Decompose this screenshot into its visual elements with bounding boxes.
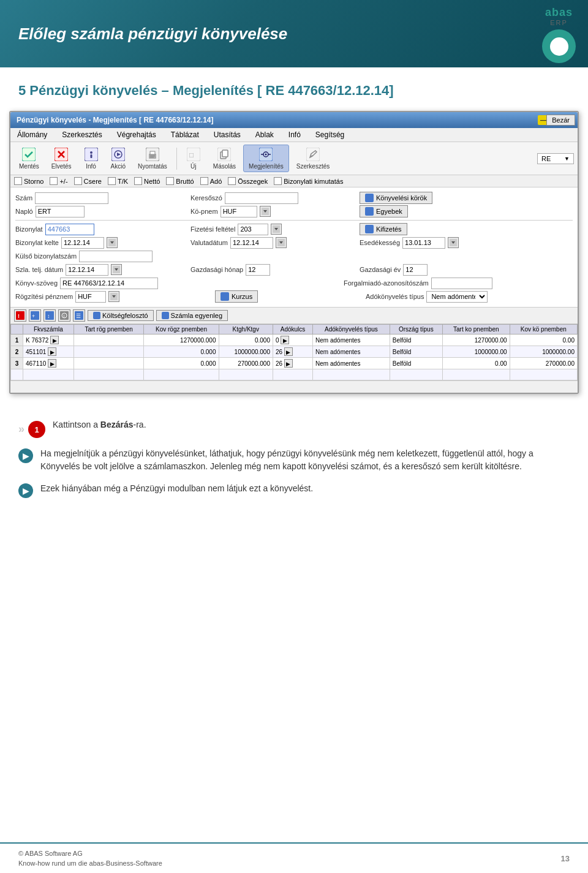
cb-csere[interactable]: Csere: [74, 177, 102, 185]
cb-ado[interactable]: Adó: [200, 177, 222, 185]
cb-storno[interactable]: Storno: [14, 177, 43, 185]
row-2-adokulcs: 26 ▶: [273, 346, 312, 358]
table-btn-2[interactable]: +: [29, 309, 41, 322]
valutadatum-btn[interactable]: [276, 237, 287, 248]
bizonylat-kelte-input[interactable]: [61, 237, 104, 249]
egyebek-button[interactable]: Egyebek: [360, 205, 408, 217]
cb-netto[interactable]: Nettó: [134, 177, 160, 185]
edit-button[interactable]: Szerkesztés: [292, 145, 334, 172]
row-2-adokonyveles: Nem adómentes: [313, 346, 390, 358]
menu-vegrehajtás[interactable]: Végrehajtás: [113, 129, 160, 140]
table-btn-3[interactable]: ↕: [43, 309, 56, 322]
row-2-adokulcs-btn[interactable]: ▶: [284, 347, 293, 356]
rogzitesi-btn[interactable]: [108, 291, 119, 302]
view-button[interactable]: Megjelenítés: [243, 145, 289, 172]
view-label: Megjelenítés: [249, 163, 284, 170]
row-1-num: 1: [11, 334, 23, 346]
menu-utasitas[interactable]: Utasítás: [210, 129, 244, 140]
cb-brutto[interactable]: Bruttó: [166, 177, 194, 185]
row-1-adokulcs-btn[interactable]: ▶: [281, 336, 289, 344]
row-3-adokulcs-btn[interactable]: ▶: [284, 359, 293, 368]
szamla-egyenleg-tab[interactable]: Számla egyenleg: [156, 310, 228, 321]
forgalmiadó-input[interactable]: [431, 278, 492, 289]
gazdasagi-ev-input[interactable]: [403, 264, 428, 276]
table-btn-5[interactable]: ☰: [73, 309, 85, 322]
ko-pnem-input[interactable]: [221, 206, 257, 217]
cb-tk[interactable]: T/K: [108, 177, 128, 185]
menu-info[interactable]: Infó: [285, 129, 304, 140]
button-icon3: [365, 225, 374, 233]
konyvelesi-korok-label: Könyvelési körök: [376, 194, 427, 202]
rogzitesi-label: Rögzítési pénznem: [15, 293, 73, 300]
new-button[interactable]: □ Új: [181, 145, 206, 172]
esedekesseg-label: Esedékesség: [360, 239, 400, 246]
bizonylat-kelte-btn[interactable]: [107, 237, 118, 248]
menu-tablazat[interactable]: Táblázat: [167, 129, 203, 140]
kulso-input[interactable]: [79, 251, 153, 262]
form-row-4: Bizonylat kelte Valutadátum Esedékesség: [15, 236, 573, 249]
valutadatum-input[interactable]: [230, 237, 273, 249]
brutto-checkbox[interactable]: [166, 177, 174, 185]
cb-bizonylati[interactable]: Bizonylati kimutatás: [274, 177, 343, 185]
gazdasagi-honap-input[interactable]: [246, 264, 270, 276]
form-divider-1: [15, 220, 573, 221]
copy-button[interactable]: Másolás: [208, 145, 241, 172]
table-btn-1[interactable]: !: [14, 309, 26, 322]
bezar-button[interactable]: Bezár: [546, 115, 575, 126]
ado-checkbox[interactable]: [200, 177, 208, 185]
ko-pnem-btn[interactable]: [260, 206, 271, 217]
csere-checkbox[interactable]: [74, 177, 82, 185]
keresoszó-input[interactable]: [225, 192, 298, 204]
action-button[interactable]: Akció: [106, 145, 130, 172]
edit-icon: [306, 147, 320, 162]
naplo-input[interactable]: [36, 206, 85, 217]
kurzus-button[interactable]: Kurzus: [215, 290, 258, 303]
type-dropdown[interactable]: RE ▼: [537, 153, 574, 164]
esedekesseg-btn[interactable]: [448, 237, 459, 248]
print-button[interactable]: Nyomtatás: [133, 145, 172, 172]
szam-label: Szám: [15, 194, 32, 202]
menu-segitseg[interactable]: Segítség: [312, 129, 348, 140]
adokonyveles-select[interactable]: Nem adómentes: [426, 291, 488, 303]
osszegek-checkbox[interactable]: [228, 177, 236, 185]
szla-telj-input[interactable]: [66, 264, 108, 276]
info-label: Infó: [86, 163, 96, 170]
egyebek-label: Egyebek: [376, 208, 402, 215]
kifizetés-button[interactable]: Kifizetés: [360, 223, 407, 235]
arrow-icon-1: ▶: [18, 448, 33, 463]
kotsegfeloszto-tab[interactable]: Költségfelosztó: [88, 310, 154, 321]
row-2-btn[interactable]: ▶: [48, 347, 56, 356]
konyv-szoveg-input[interactable]: [60, 278, 158, 289]
cb-osszegek[interactable]: Összegek: [228, 177, 268, 185]
konyvelesi-korok-button[interactable]: Könyvelési körök: [360, 192, 432, 204]
menubar: Állomány Szerkesztés Végrehajtás Tábláza…: [10, 128, 578, 142]
info-button[interactable]: Infó: [79, 145, 104, 172]
plusminus-checkbox[interactable]: [50, 177, 58, 185]
netto-checkbox[interactable]: [134, 177, 142, 185]
szam-input[interactable]: [35, 192, 108, 204]
save-button[interactable]: Mentés: [14, 145, 44, 172]
para-2-row: ▶ Ezek hiányában még a Pénzügyi modulban…: [18, 482, 570, 498]
cancel-button[interactable]: Elvetés: [47, 145, 77, 172]
esedekesseg-input[interactable]: [402, 237, 445, 249]
row-3-btn[interactable]: ▶: [48, 359, 56, 368]
tk-checkbox[interactable]: [108, 177, 116, 185]
fizetesi-btn[interactable]: [271, 224, 282, 235]
cb-plusminus[interactable]: +/-: [50, 177, 67, 185]
bizonylat-input[interactable]: [45, 224, 94, 235]
menu-allomany[interactable]: Állomány: [13, 129, 51, 140]
bizonylati-checkbox[interactable]: [274, 177, 282, 185]
row-1-btn[interactable]: ▶: [50, 336, 59, 344]
storno-checkbox[interactable]: [14, 177, 22, 185]
col-orszag: Ország típus: [390, 325, 442, 334]
form-row-5: Külső bizonylatszám: [15, 249, 573, 263]
header-band: Előleg számla pénzügyi könyvelése abas E…: [0, 0, 588, 67]
menu-ablak[interactable]: Ablak: [252, 129, 277, 140]
rogzitesi-input[interactable]: [75, 291, 106, 303]
form-area: Szám Keresőszó Könyvelési körök Napló: [10, 187, 578, 307]
row-2-kov-ko: 1000000.00: [510, 346, 577, 358]
table-btn-4[interactable]: i: [58, 309, 70, 322]
menu-szerkesztes[interactable]: Szerkesztés: [58, 129, 105, 140]
szla-telj-btn[interactable]: [111, 264, 122, 275]
fizetesi-input[interactable]: [238, 224, 268, 235]
